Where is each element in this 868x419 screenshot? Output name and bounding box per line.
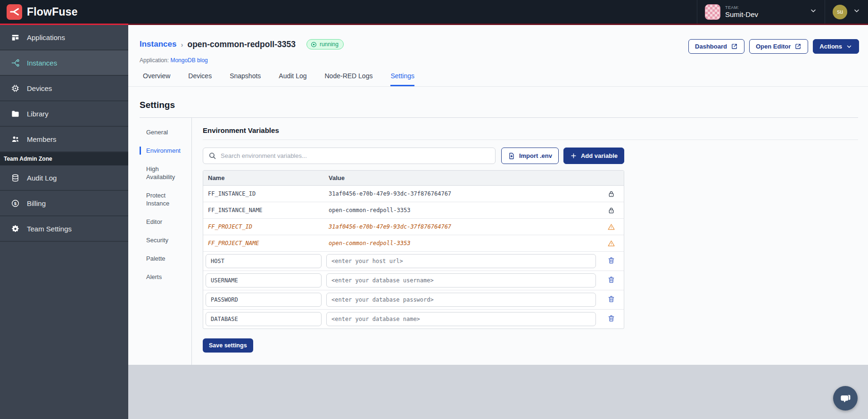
delete-variable-button[interactable] (606, 294, 616, 305)
env-value: 31af0456-e70b-47e9-93dc-37f876764767 (324, 219, 598, 235)
env-value-input[interactable] (326, 254, 596, 268)
breadcrumb-instances-link[interactable]: Instances (140, 40, 176, 49)
search-icon (208, 152, 216, 160)
sidebar-item-label: Team Settings (27, 225, 72, 233)
env-name-input[interactable] (206, 254, 322, 268)
application-link[interactable]: MongoDB blog (170, 57, 207, 64)
sidebar-item-label: Members (27, 135, 57, 143)
settings-nav-alerts[interactable]: Alerts (140, 273, 187, 281)
trash-icon (607, 314, 615, 324)
trash-icon (607, 256, 615, 266)
sidebar-item-members[interactable]: Members (0, 127, 128, 152)
sidebar: ApplicationsInstancesDevicesLibraryMembe… (0, 25, 128, 419)
env-value-input[interactable] (326, 293, 596, 307)
plus-icon (570, 152, 577, 159)
chat-launcher-button[interactable] (833, 386, 858, 411)
delete-variable-button[interactable] (606, 313, 616, 325)
brand-name: FlowFuse (27, 6, 78, 18)
env-name-input[interactable] (206, 312, 322, 326)
user-avatar: su (833, 5, 847, 19)
env-value: open-common-redpoll-3353 (324, 202, 598, 218)
env-name: FF_INSTANCE_NAME (203, 202, 324, 218)
tab-audit-log[interactable]: Audit Log (279, 72, 306, 86)
sidebar-item-audit-log[interactable]: Audit Log (0, 165, 128, 191)
tab-snapshots[interactable]: Snapshots (230, 72, 261, 86)
team-selector[interactable]: TEAM: Sumit-Dev (697, 0, 825, 24)
audit-log-icon (10, 173, 20, 182)
application-row: Application: MongoDB blog (128, 54, 868, 64)
env-value-input[interactable] (326, 273, 596, 288)
open-editor-button[interactable]: Open Editor (749, 39, 808, 54)
status-badge: running (306, 39, 344, 49)
env-name-input[interactable] (206, 273, 322, 288)
env-row-ff-project-id: FF_PROJECT_ID31af0456-e70b-47e9-93dc-37f… (203, 219, 624, 235)
delete-variable-button[interactable] (606, 255, 616, 267)
sidebar-item-label: Applications (27, 33, 65, 41)
sidebar-item-billing[interactable]: $Billing (0, 191, 128, 216)
sidebar-item-team-settings[interactable]: Team Settings (0, 216, 128, 242)
tab-overview[interactable]: Overview (143, 72, 170, 86)
page-footer (128, 365, 868, 419)
env-name: FF_PROJECT_ID (203, 219, 324, 235)
search-input[interactable] (221, 152, 490, 159)
status-running-icon (311, 41, 317, 48)
tab-devices[interactable]: Devices (188, 72, 212, 86)
chevron-down-icon (853, 7, 860, 16)
actions-button[interactable]: Actions (813, 39, 859, 54)
instance-tabs: OverviewDevicesSnapshotsAudit LogNode-RE… (128, 64, 868, 87)
settings-nav-general[interactable]: General (140, 128, 187, 136)
topbar-right: TEAM: Sumit-Dev su (697, 0, 868, 24)
column-header-name: Name (203, 171, 324, 185)
settings-nav-environment[interactable]: Environment (140, 147, 187, 155)
application-label: Application: (140, 57, 169, 64)
flowfuse-logo-icon (7, 4, 22, 20)
add-variable-button[interactable]: Add variable (563, 148, 624, 164)
settings-subnav: GeneralEnvironmentHigh AvailabilityProte… (140, 118, 192, 365)
env-name: FF_PROJECT_NAME (203, 235, 324, 251)
team-name: Sumit-Dev (725, 10, 758, 18)
billing-icon: $ (10, 198, 20, 208)
env-row-username (203, 271, 624, 290)
sidebar-item-applications[interactable]: Applications (0, 25, 128, 50)
instances-icon (10, 58, 20, 67)
tab-node-red-logs[interactable]: Node-RED Logs (325, 72, 373, 86)
env-row-database (203, 310, 624, 329)
external-link-icon (794, 43, 802, 50)
env-value: open-common-redpoll-3353 (324, 235, 598, 251)
panel-divider (203, 140, 858, 140)
breadcrumb: Instances › open-common-redpoll-3353 run… (140, 39, 344, 49)
sidebar-section-label: Team Admin Zone (0, 152, 128, 165)
sidebar-menu: ApplicationsInstancesDevicesLibraryMembe… (0, 25, 128, 152)
sidebar-item-label: Devices (27, 84, 52, 92)
dashboard-button[interactable]: Dashboard (688, 39, 744, 54)
main-area: Instances › open-common-redpoll-3353 run… (128, 25, 868, 419)
sidebar-item-instances[interactable]: Instances (0, 50, 128, 76)
save-settings-button[interactable]: Save settings (203, 338, 253, 353)
env-name-input[interactable] (206, 293, 322, 307)
lock-icon (598, 190, 624, 198)
user-menu[interactable]: su (825, 5, 868, 19)
env-row-ff-project-name: FF_PROJECT_NAMEopen-common-redpoll-3353 (203, 235, 624, 252)
brand[interactable]: FlowFuse (0, 4, 78, 20)
chat-bubbles-icon (839, 392, 852, 405)
delete-variable-button[interactable] (606, 275, 616, 286)
env-value-input[interactable] (326, 312, 596, 326)
settings-nav-high-availability[interactable]: High Availability (140, 165, 187, 181)
settings-nav-palette[interactable]: Palette (140, 255, 187, 263)
chevron-down-icon (846, 43, 852, 50)
tab-settings[interactable]: Settings (390, 72, 414, 86)
env-variables-title: Environment Variables (203, 126, 858, 134)
import-env-button[interactable]: Import .env (501, 148, 559, 164)
sidebar-item-label: Billing (27, 199, 46, 207)
external-link-icon (731, 43, 738, 50)
warning-icon (598, 223, 624, 231)
sidebar-item-library[interactable]: Library (0, 101, 128, 127)
settings-nav-protect-instance[interactable]: Protect Instance (140, 191, 187, 207)
settings-nav-security[interactable]: Security (140, 236, 187, 244)
column-header-value: Value (324, 171, 598, 185)
sidebar-item-devices[interactable]: Devices (0, 76, 128, 101)
devices-icon (10, 83, 20, 93)
settings-nav-editor[interactable]: Editor (140, 218, 187, 226)
sidebar-admin-menu: Audit Log$BillingTeam Settings (0, 165, 128, 242)
applications-icon (10, 33, 20, 42)
